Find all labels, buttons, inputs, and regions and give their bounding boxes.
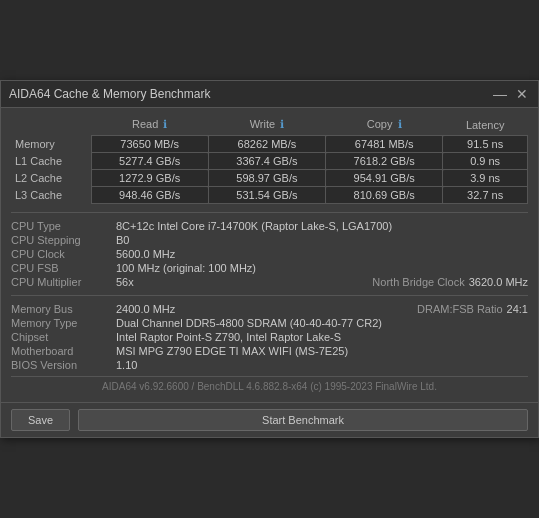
col-header-read: Read ℹ [91, 116, 208, 136]
row-label: Memory [11, 136, 91, 153]
cpu-type-label: CPU Type [11, 220, 116, 232]
footer-text: AIDA64 v6.92.6600 / BenchDLL 4.6.882.8-x… [11, 376, 528, 398]
latency-value: 0.9 ns [443, 153, 528, 170]
write-value: 531.54 GB/s [208, 187, 325, 204]
cpu-stepping-value: B0 [116, 234, 528, 246]
copy-value: 810.69 GB/s [326, 187, 443, 204]
copy-value: 67481 MB/s [326, 136, 443, 153]
cpu-clock-label: CPU Clock [11, 248, 116, 260]
chipset-value: Intel Raptor Point-S Z790, Intel Raptor … [116, 331, 528, 343]
read-value: 5277.4 GB/s [91, 153, 208, 170]
divider-2 [11, 295, 528, 296]
info-section: CPU Type 8C+12c Intel Core i7-14700K (Ra… [11, 219, 528, 289]
table-row: L1 Cache 5277.4 GB/s 3367.4 GB/s 7618.2 … [11, 153, 528, 170]
cpu-multiplier-value: 56x [116, 276, 372, 288]
cpu-stepping-row: CPU Stepping B0 [11, 233, 528, 247]
col-header-latency: Latency [443, 116, 528, 136]
window-title: AIDA64 Cache & Memory Benchmark [9, 87, 210, 101]
cpu-type-row: CPU Type 8C+12c Intel Core i7-14700K (Ra… [11, 219, 528, 233]
latency-value: 32.7 ns [443, 187, 528, 204]
cpu-stepping-label: CPU Stepping [11, 234, 116, 246]
write-value: 3367.4 GB/s [208, 153, 325, 170]
copy-value: 954.91 GB/s [326, 170, 443, 187]
copy-info-icon[interactable]: ℹ [398, 118, 402, 131]
north-bridge-label: North Bridge Clock [372, 276, 464, 288]
memory-section: Memory Bus 2400.0 MHz DRAM:FSB Ratio 24:… [11, 302, 528, 372]
table-row: Memory 73650 MB/s 68262 MB/s 67481 MB/s … [11, 136, 528, 153]
memory-bus-value: 2400.0 MHz [116, 303, 417, 315]
bios-label: BIOS Version [11, 359, 116, 371]
col-header-label [11, 116, 91, 136]
memory-type-label: Memory Type [11, 317, 116, 329]
north-bridge-value: 3620.0 MHz [469, 276, 528, 288]
bios-value: 1.10 [116, 359, 528, 371]
table-row: L2 Cache 1272.9 GB/s 598.97 GB/s 954.91 … [11, 170, 528, 187]
copy-value: 7618.2 GB/s [326, 153, 443, 170]
motherboard-row: Motherboard MSI MPG Z790 EDGE TI MAX WIF… [11, 344, 528, 358]
read-value: 1272.9 GB/s [91, 170, 208, 187]
chipset-label: Chipset [11, 331, 116, 343]
read-value: 73650 MB/s [91, 136, 208, 153]
row-label: L2 Cache [11, 170, 91, 187]
close-button[interactable]: ✕ [514, 87, 530, 101]
col-header-write: Write ℹ [208, 116, 325, 136]
content-area: Read ℹ Write ℹ Copy ℹ Latency Memory [1, 108, 538, 402]
write-value: 598.97 GB/s [208, 170, 325, 187]
motherboard-value: MSI MPG Z790 EDGE TI MAX WIFI (MS-7E25) [116, 345, 528, 357]
minimize-button[interactable]: — [492, 87, 508, 101]
title-bar: AIDA64 Cache & Memory Benchmark — ✕ [1, 81, 538, 108]
window-controls: — ✕ [492, 87, 530, 101]
memory-type-row: Memory Type Dual Channel DDR5-4800 SDRAM… [11, 316, 528, 330]
start-benchmark-button[interactable]: Start Benchmark [78, 409, 528, 431]
latency-value: 3.9 ns [443, 170, 528, 187]
table-row: L3 Cache 948.46 GB/s 531.54 GB/s 810.69 … [11, 187, 528, 204]
latency-value: 91.5 ns [443, 136, 528, 153]
row-label: L1 Cache [11, 153, 91, 170]
save-button[interactable]: Save [11, 409, 70, 431]
read-info-icon[interactable]: ℹ [163, 118, 167, 131]
cpu-fsb-value: 100 MHz (original: 100 MHz) [116, 262, 528, 274]
cpu-clock-row: CPU Clock 5600.0 MHz [11, 247, 528, 261]
main-window: AIDA64 Cache & Memory Benchmark — ✕ Read… [0, 80, 539, 438]
dram-fsb-label: DRAM:FSB Ratio [417, 303, 503, 315]
button-bar: Save Start Benchmark [1, 402, 538, 437]
cpu-type-value: 8C+12c Intel Core i7-14700K (Raptor Lake… [116, 220, 528, 232]
memory-type-value: Dual Channel DDR5-4800 SDRAM (40-40-40-7… [116, 317, 528, 329]
memory-bus-row: Memory Bus 2400.0 MHz DRAM:FSB Ratio 24:… [11, 302, 528, 316]
cpu-multiplier-label: CPU Multiplier [11, 276, 116, 288]
chipset-row: Chipset Intel Raptor Point-S Z790, Intel… [11, 330, 528, 344]
cpu-clock-value: 5600.0 MHz [116, 248, 528, 260]
col-header-copy: Copy ℹ [326, 116, 443, 136]
write-value: 68262 MB/s [208, 136, 325, 153]
cpu-fsb-label: CPU FSB [11, 262, 116, 274]
row-label: L3 Cache [11, 187, 91, 204]
divider-1 [11, 212, 528, 213]
write-info-icon[interactable]: ℹ [280, 118, 284, 131]
cpu-fsb-row: CPU FSB 100 MHz (original: 100 MHz) [11, 261, 528, 275]
dram-fsb-value: 24:1 [507, 303, 528, 315]
bios-row: BIOS Version 1.10 [11, 358, 528, 372]
memory-bus-label: Memory Bus [11, 303, 116, 315]
cpu-multiplier-row: CPU Multiplier 56x North Bridge Clock 36… [11, 275, 528, 289]
benchmark-table: Read ℹ Write ℹ Copy ℹ Latency Memory [11, 116, 528, 204]
read-value: 948.46 GB/s [91, 187, 208, 204]
motherboard-label: Motherboard [11, 345, 116, 357]
